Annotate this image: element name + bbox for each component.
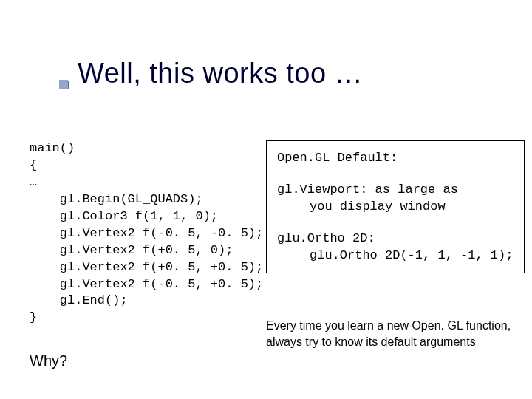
default-box: Open.GL Default: gl.Viewport: as large a… [266,140,525,273]
slide: Well, this works too … main() { … gl.Beg… [0,0,532,399]
code-line: main() [30,141,75,155]
code-line: … [30,175,37,189]
code-line: } [30,310,37,324]
code-line: gl.Vertex2 f(+0. 5, +0. 5); [30,260,263,274]
slide-title: Well, this works too … [78,58,363,89]
title-bullet [59,80,68,89]
code-block-left: main() { … gl.Begin(GL_QUADS); gl.Color3… [30,140,266,327]
footnote: Every time you learn a new Open. GL func… [266,318,532,349]
code-line: gl.Vertex2 f(+0. 5, 0); [30,243,233,257]
box-ortho-b: glu.Ortho 2D(-1, 1, -1, 1); [277,248,516,265]
box-header: Open.GL Default: [277,150,516,167]
code-line: gl.Begin(GL_QUADS); [30,192,203,206]
why-label: Why? [30,352,67,369]
code-line: gl.Color3 f(1, 1, 0); [30,209,218,223]
code-line: gl.Vertex2 f(-0. 5, +0. 5); [30,277,263,291]
box-viewport-a: gl.Viewport: as large as [277,182,516,199]
box-ortho-a: glu.Ortho 2D: [277,231,516,248]
code-line: gl.Vertex2 f(-0. 5, -0. 5); [30,226,263,240]
code-line: gl.End(); [30,293,128,307]
code-line: { [30,158,37,172]
box-viewport-b: you display window [277,199,516,216]
